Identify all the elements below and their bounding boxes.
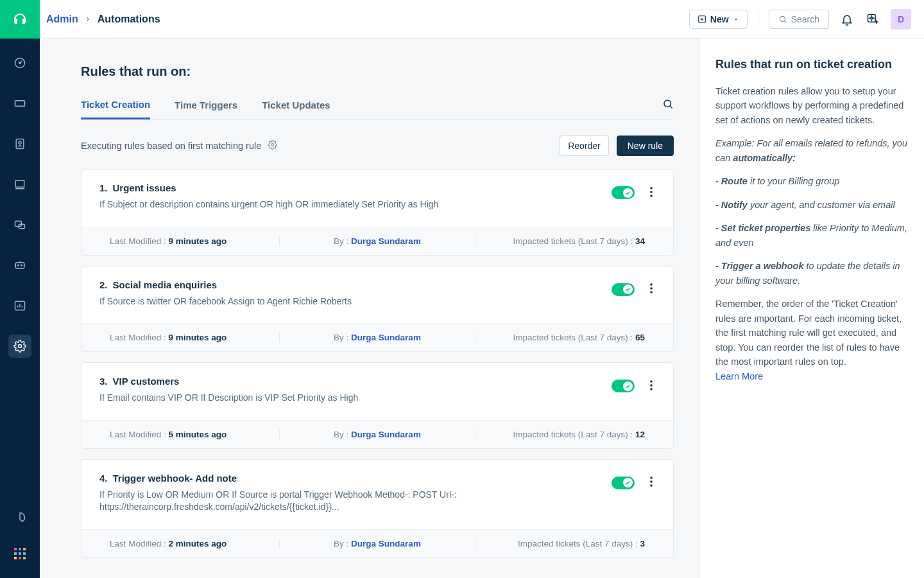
svg-point-31 [650, 291, 653, 293]
rule-modified: Last Modified : 5 minutes ago [110, 430, 279, 439]
execution-mode-text: Executing rules based on first matching … [81, 140, 277, 152]
learn-more-link[interactable]: Learn More [715, 371, 763, 381]
rule-modified: Last Modified : 9 minutes ago [110, 333, 279, 342]
rule-toggle[interactable] [612, 186, 635, 199]
rule-more-button[interactable] [647, 477, 655, 489]
svg-point-22 [780, 16, 785, 21]
toggle-knob [623, 478, 633, 487]
svg-rect-5 [15, 221, 22, 226]
rule-toggle[interactable] [612, 380, 635, 392]
rule-more-button[interactable] [647, 187, 655, 199]
info-remember: Remember, the order of the 'Ticket Creat… [715, 297, 909, 383]
sidebar [0, 0, 40, 578]
rule-title: Trigger webhook- Add note [113, 473, 237, 484]
svg-rect-13 [19, 548, 21, 550]
rule-description: If Source is twitter OR facebook Assign … [99, 295, 599, 308]
search-button[interactable]: Search [769, 10, 829, 29]
info-bullet: - Set ticket properties like Priority to… [715, 221, 909, 250]
sidebar-social[interactable] [8, 213, 31, 236]
rule-author-link[interactable]: Durga Sundaram [351, 236, 421, 246]
tab-ticket-updates[interactable]: Ticket Updates [262, 100, 330, 118]
rule-description: If Email contains VIP OR If Description … [99, 392, 599, 405]
rule-more-button[interactable] [647, 283, 655, 295]
info-bullet: - Trigger a webhook to update the detail… [715, 259, 909, 288]
breadcrumb-admin-link[interactable]: Admin [46, 13, 78, 25]
rule-author-link[interactable]: Durga Sundaram [351, 333, 421, 342]
svg-point-32 [650, 380, 653, 383]
rule-impact: Impacted tickets (Last 7 days) : 12 [475, 430, 645, 439]
sidebar-analytics[interactable] [8, 294, 31, 317]
new-rule-button[interactable]: New rule [617, 136, 674, 156]
rule-number: 1. [99, 182, 108, 193]
svg-point-25 [271, 144, 274, 146]
svg-point-37 [650, 484, 653, 487]
new-dropdown-button[interactable]: New [689, 10, 748, 29]
breadcrumb-current: Automations [98, 13, 160, 25]
svg-point-30 [650, 287, 653, 290]
sidebar-tickets[interactable] [8, 92, 31, 115]
more-vertical-icon [650, 187, 653, 197]
gear-icon [268, 140, 277, 150]
rule-toggle[interactable] [612, 477, 635, 489]
ai-button[interactable] [865, 12, 880, 27]
search-icon [662, 98, 674, 110]
rule-author: By : Durga Sundaram [279, 539, 475, 548]
rule-card[interactable]: 1. Urgent issues If Subject or descripti… [81, 169, 674, 256]
tab-ticket-creation[interactable]: Ticket Creation [81, 99, 150, 119]
sidebar-solutions[interactable] [8, 173, 31, 196]
svg-point-26 [650, 187, 653, 189]
rule-number: 4. [99, 473, 108, 484]
rule-card[interactable]: 3. VIP customers If Email contains VIP O… [81, 362, 674, 449]
info-bullet: - Route it to your Billing group [715, 174, 909, 188]
rule-description: If Priority is Low OR Medium OR If Sourc… [99, 489, 599, 514]
execution-settings-button[interactable] [268, 140, 277, 152]
rule-toggle[interactable] [612, 283, 635, 296]
toggle-knob [623, 188, 633, 198]
rule-modified: Last Modified : 9 minutes ago [110, 236, 279, 246]
svg-rect-19 [19, 557, 21, 559]
svg-rect-14 [23, 548, 26, 550]
sidebar-admin-settings[interactable] [8, 335, 31, 358]
svg-point-34 [650, 388, 653, 390]
rule-description: If Subject or description contains urgen… [99, 198, 599, 211]
sidebar-apps[interactable] [8, 542, 31, 565]
rule-modified: Last Modified : 2 minutes ago [110, 539, 279, 548]
rule-author-link[interactable]: Durga Sundaram [351, 539, 421, 548]
rule-more-button[interactable] [647, 380, 655, 392]
rule-impact: Impacted tickets (Last 7 days) : 65 [475, 333, 645, 342]
svg-rect-16 [19, 552, 21, 555]
rule-number: 2. [99, 279, 108, 290]
rule-author-link[interactable]: Durga Sundaram [351, 430, 421, 439]
toggle-knob [623, 285, 633, 294]
header: Admin Automations New Search [40, 0, 924, 39]
reorder-button[interactable]: Reorder [560, 136, 609, 156]
info-intro: Ticket creation rules allow you to setup… [715, 84, 909, 127]
rule-card[interactable]: 2. Social media enquiries If Source is t… [81, 266, 674, 353]
chevron-right-icon [85, 13, 91, 25]
info-panel: Rules that run on ticket creation Ticket… [699, 39, 924, 578]
sidebar-contacts[interactable] [8, 132, 31, 155]
rule-impact: Impacted tickets (Last 7 days) : 34 [475, 236, 645, 246]
svg-point-9 [21, 265, 22, 266]
svg-rect-18 [14, 557, 17, 559]
svg-point-24 [664, 100, 671, 107]
rule-card[interactable]: 4. Trigger webhook- Add note If Priority… [81, 459, 674, 558]
sparkle-icon [866, 13, 879, 26]
info-bullet: - Notify your agent, and customer via em… [715, 198, 909, 212]
svg-rect-17 [23, 552, 26, 555]
svg-rect-7 [15, 263, 24, 268]
svg-point-1 [19, 62, 21, 64]
rules-search-button[interactable] [662, 98, 674, 119]
rule-author: By : Durga Sundaram [279, 236, 475, 246]
page-title: Rules that run on: [81, 64, 674, 79]
svg-point-28 [650, 195, 653, 197]
svg-point-11 [19, 345, 22, 348]
sidebar-freshworks[interactable] [8, 506, 31, 529]
sidebar-bot[interactable] [8, 254, 31, 277]
user-avatar[interactable]: D [891, 9, 911, 30]
brand-logo[interactable] [0, 0, 40, 39]
toggle-knob [623, 381, 633, 391]
notifications-button[interactable] [839, 12, 855, 27]
tab-time-triggers[interactable]: Time Triggers [175, 100, 237, 118]
sidebar-dashboard[interactable] [8, 51, 31, 74]
